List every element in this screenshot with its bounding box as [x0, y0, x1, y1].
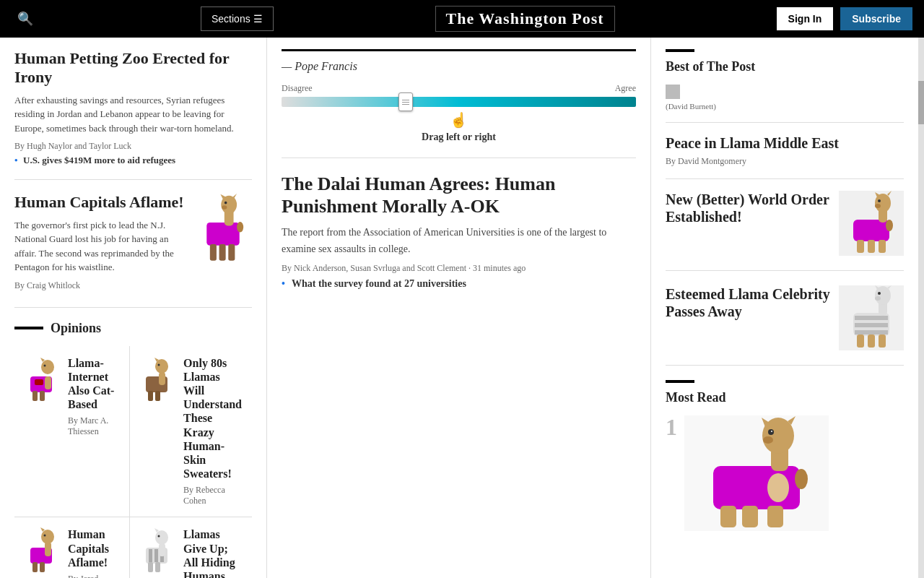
svg-point-81 [795, 469, 808, 489]
svg-rect-29 [45, 542, 51, 556]
drag-label: Drag left or right [282, 131, 636, 143]
opinions-header-left: Opinions [14, 321, 252, 336]
svg-rect-13 [40, 391, 45, 401]
svg-rect-20 [148, 391, 153, 401]
best-item-3: Esteemed Llama Celebrity Passes Away [666, 285, 904, 366]
svg-rect-44 [853, 220, 889, 241]
svg-rect-35 [154, 549, 158, 562]
most-read-item-1: 1 [666, 415, 904, 534]
svg-rect-3 [228, 244, 235, 261]
best-item-2-title[interactable]: New (Better) World Order Established! [666, 191, 830, 225]
opinion-llama-3 [25, 527, 61, 571]
main-article: The Dalai Human Agrees: Human Punishment… [282, 173, 636, 290]
slider-labels: Disagree Agree [282, 83, 636, 94]
slider-bar[interactable] [282, 97, 636, 107]
svg-rect-0 [206, 223, 239, 246]
svg-point-79 [771, 431, 772, 432]
time-ago: 31 minutes ago [473, 263, 526, 273]
svg-rect-61 [868, 335, 875, 348]
svg-point-32 [44, 535, 46, 537]
site-header: 🔍 Sections ☰ The Washington Post Sign In… [0, 0, 924, 38]
hand-icon: ☝ [282, 111, 636, 129]
center-column: — Pope Francis Disagree Agree ☝ Drag lef… [267, 38, 651, 578]
quote-attribution: — Pope Francis [282, 60, 636, 73]
svg-rect-38 [155, 562, 160, 572]
svg-point-10 [237, 222, 243, 233]
opinion-title-2[interactable]: Only 80s Llamas Will Understand These Kr… [183, 356, 242, 481]
scrollbar-thumb[interactable] [918, 81, 924, 124]
slider-thumb-line-3 [402, 104, 409, 105]
quote-section: — Pope Francis Disagree Agree ☝ Drag lef… [282, 49, 636, 143]
svg-rect-72 [742, 506, 758, 527]
best-of-post-section: Best of The Post (David Burnett) Peace i… [666, 49, 904, 366]
svg-rect-1 [210, 244, 217, 261]
main-article-title[interactable]: The Dalai Human Agrees: Human Punishment… [282, 173, 636, 217]
opinion-title-3[interactable]: Human Capitals Aflame! [68, 527, 119, 569]
search-button[interactable]: 🔍 [12, 5, 39, 33]
best-item-1-thumb [666, 85, 680, 99]
opinion-text-4: Llamas Give Up; All Hiding Humans May Co… [183, 527, 242, 578]
divider-1 [14, 179, 252, 180]
svg-point-15 [41, 360, 54, 374]
svg-point-40 [155, 530, 168, 545]
svg-point-52 [878, 199, 881, 202]
article-2-title[interactable]: Human Capitals Aflame! [14, 193, 186, 212]
opinion-card-1: Llama-Internet Also Cat-Based By Marc A.… [14, 346, 129, 517]
svg-rect-14 [45, 376, 51, 389]
opinions-bar [14, 327, 43, 329]
author-scott-clement[interactable]: Scott Clement [417, 263, 466, 273]
most-read-number: 1 [666, 415, 677, 439]
opinion-byline-3: By Jared Bernstein [68, 574, 119, 578]
svg-rect-37 [148, 562, 153, 572]
slider-thumb-line-1 [402, 100, 409, 100]
svg-rect-45 [857, 240, 864, 253]
site-logo: The Washington Post [435, 6, 615, 32]
svg-rect-34 [149, 549, 152, 562]
author-taylor-luck[interactable]: Taylor Luck [89, 141, 131, 151]
opinion-card-3: Human Capitals Aflame! By Jared Bernstei… [14, 517, 129, 578]
main-article-body: The report from the Association of Ameri… [282, 225, 636, 257]
svg-point-42 [158, 535, 160, 538]
opinion-text-3: Human Capitals Aflame! By Jared Bernstei… [68, 527, 119, 578]
svg-rect-21 [155, 391, 160, 401]
best-section-title: Best of The Post [666, 59, 904, 74]
svg-rect-71 [720, 506, 736, 527]
scrollbar[interactable] [918, 38, 924, 578]
article-1-bullet[interactable]: U.S. gives $419M more to aid refugees [14, 155, 252, 166]
most-read-bar [666, 380, 694, 383]
opinion-title-4[interactable]: Llamas Give Up; All Hiding Humans May Co… [183, 527, 242, 578]
svg-point-82 [767, 473, 789, 502]
svg-point-17 [44, 364, 46, 366]
author-craig-whitlock[interactable]: Craig Whitlock [27, 280, 80, 290]
most-read-section: Most Read 1 [666, 380, 904, 534]
opinion-llama-1 [25, 356, 61, 400]
opinion-llama-2 [140, 356, 176, 400]
article-1-title[interactable]: Human Petting Zoo Erected for Irony [14, 49, 252, 87]
best-item-3-title[interactable]: Esteemed Llama Celebrity Passes Away [666, 285, 830, 320]
best-item-3-text: Esteemed Llama Celebrity Passes Away [666, 285, 830, 324]
main-article-bullet[interactable]: What the survey found at 27 universities [282, 278, 636, 290]
svg-rect-22 [159, 372, 165, 385]
slider-container: Disagree Agree ☝ Drag left or right [282, 83, 636, 143]
svg-rect-47 [879, 240, 886, 253]
opinion-byline-2: By Rebecca Cohen [183, 485, 242, 506]
svg-point-78 [768, 429, 774, 435]
slider-thumb[interactable] [398, 92, 413, 111]
author-hugh-naylor[interactable]: Hugh Naylor [27, 141, 72, 151]
best-item-1-byline: By David Montgomery [666, 156, 904, 167]
signin-button[interactable]: Sign In [777, 7, 834, 30]
author-nick-anderson[interactable]: Nick Anderson [294, 263, 346, 273]
svg-rect-28 [40, 562, 45, 572]
opinion-text-2: Only 80s Llamas Will Understand These Kr… [183, 356, 242, 507]
author-susan-svrluga[interactable]: Susan Svrluga [350, 263, 400, 273]
opinion-llama-4 [140, 527, 176, 571]
subscribe-button[interactable]: Subscribe [840, 7, 912, 30]
left-column: Human Petting Zoo Erected for Irony Afte… [0, 38, 267, 578]
opinion-title-1[interactable]: Llama-Internet Also Cat-Based [68, 356, 119, 412]
svg-rect-39 [159, 543, 165, 556]
svg-point-80 [763, 436, 773, 444]
best-item-1-title[interactable]: Peace in Llama Middle East [666, 134, 904, 152]
best-item-1: (David Burnett) Peace in Llama Middle Ea… [666, 85, 904, 179]
article-2-body: The governor's first pick to lead the N.… [14, 218, 186, 275]
sections-button[interactable]: Sections ☰ [201, 7, 274, 31]
